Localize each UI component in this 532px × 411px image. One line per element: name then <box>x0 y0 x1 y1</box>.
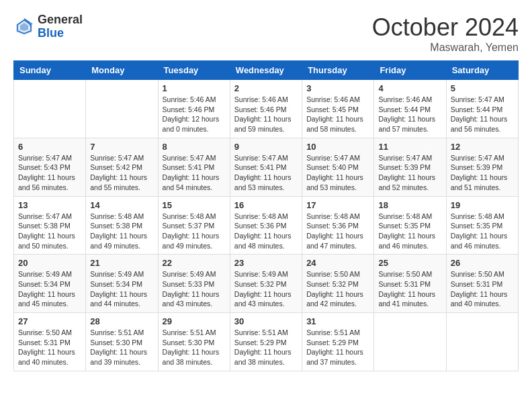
calendar-cell: 14 Sunrise: 5:48 AMSunset: 5:38 PMDaylig… <box>86 196 158 255</box>
day-number: 30 <box>234 316 298 326</box>
day-detail: Sunrise: 5:47 AMSunset: 5:44 PMDaylight:… <box>451 95 514 134</box>
calendar-cell: 19 Sunrise: 5:48 AMSunset: 5:35 PMDaylig… <box>446 196 518 255</box>
calendar-cell: 9 Sunrise: 5:47 AMSunset: 5:41 PMDayligh… <box>230 138 302 196</box>
day-number: 28 <box>90 316 153 326</box>
day-number: 14 <box>90 200 153 210</box>
calendar-cell: 20 Sunrise: 5:49 AMSunset: 5:34 PMDaylig… <box>14 255 86 313</box>
calendar-cell: 8 Sunrise: 5:47 AMSunset: 5:41 PMDayligh… <box>158 138 230 196</box>
column-header-friday: Friday <box>374 61 446 80</box>
day-number: 3 <box>306 83 369 93</box>
day-number: 5 <box>451 83 514 93</box>
calendar-cell: 3 Sunrise: 5:46 AMSunset: 5:45 PMDayligh… <box>302 80 374 138</box>
calendar-cell: 25 Sunrise: 5:50 AMSunset: 5:31 PMDaylig… <box>374 255 446 313</box>
calendar-cell: 17 Sunrise: 5:48 AMSunset: 5:36 PMDaylig… <box>302 196 374 255</box>
calendar-cell: 23 Sunrise: 5:49 AMSunset: 5:32 PMDaylig… <box>230 255 302 313</box>
day-detail: Sunrise: 5:46 AMSunset: 5:45 PMDaylight:… <box>306 95 369 134</box>
day-detail: Sunrise: 5:50 AMSunset: 5:31 PMDaylight:… <box>451 269 514 309</box>
day-number: 2 <box>234 83 298 93</box>
day-detail: Sunrise: 5:47 AMSunset: 5:43 PMDaylight:… <box>18 153 81 193</box>
calendar-cell: 12 Sunrise: 5:47 AMSunset: 5:39 PMDaylig… <box>446 138 518 196</box>
calendar-cell: 21 Sunrise: 5:49 AMSunset: 5:34 PMDaylig… <box>86 255 158 313</box>
column-header-thursday: Thursday <box>302 61 374 80</box>
day-detail: Sunrise: 5:47 AMSunset: 5:39 PMDaylight:… <box>451 153 514 193</box>
day-number: 13 <box>18 200 81 210</box>
day-number: 8 <box>163 142 226 152</box>
day-detail: Sunrise: 5:48 AMSunset: 5:36 PMDaylight:… <box>234 212 298 251</box>
day-detail: Sunrise: 5:48 AMSunset: 5:35 PMDaylight:… <box>451 212 514 251</box>
day-number: 17 <box>306 200 369 210</box>
day-number: 25 <box>378 258 441 268</box>
day-detail: Sunrise: 5:47 AMSunset: 5:42 PMDaylight:… <box>90 153 153 193</box>
calendar-cell: 15 Sunrise: 5:48 AMSunset: 5:37 PMDaylig… <box>158 196 230 255</box>
calendar-cell: 31 Sunrise: 5:51 AMSunset: 5:29 PMDaylig… <box>302 313 374 371</box>
calendar-header-row: SundayMondayTuesdayWednesdayThursdayFrid… <box>14 61 519 80</box>
day-number: 24 <box>306 258 369 268</box>
day-number: 1 <box>163 83 226 93</box>
calendar-cell: 4 Sunrise: 5:46 AMSunset: 5:44 PMDayligh… <box>374 80 446 138</box>
calendar-cell: 30 Sunrise: 5:51 AMSunset: 5:29 PMDaylig… <box>230 313 302 371</box>
day-number: 21 <box>90 258 153 268</box>
day-detail: Sunrise: 5:50 AMSunset: 5:31 PMDaylight:… <box>18 328 81 367</box>
day-number: 10 <box>306 142 369 152</box>
day-number: 7 <box>90 142 153 152</box>
calendar-week-4: 27 Sunrise: 5:50 AMSunset: 5:31 PMDaylig… <box>14 313 519 371</box>
day-detail: Sunrise: 5:48 AMSunset: 5:37 PMDaylight:… <box>163 212 226 251</box>
day-number: 31 <box>306 316 369 326</box>
day-detail: Sunrise: 5:47 AMSunset: 5:39 PMDaylight:… <box>378 153 441 193</box>
calendar-cell <box>446 313 518 371</box>
day-detail: Sunrise: 5:51 AMSunset: 5:30 PMDaylight:… <box>163 328 226 367</box>
column-header-wednesday: Wednesday <box>230 61 302 80</box>
calendar-cell <box>86 80 158 138</box>
day-detail: Sunrise: 5:47 AMSunset: 5:41 PMDaylight:… <box>234 153 298 193</box>
day-detail: Sunrise: 5:46 AMSunset: 5:46 PMDaylight:… <box>234 95 298 134</box>
day-detail: Sunrise: 5:49 AMSunset: 5:34 PMDaylight:… <box>90 269 153 309</box>
month-title: October 2024 <box>372 13 519 42</box>
day-detail: Sunrise: 5:48 AMSunset: 5:38 PMDaylight:… <box>90 212 153 251</box>
calendar-cell: 13 Sunrise: 5:47 AMSunset: 5:38 PMDaylig… <box>14 196 86 255</box>
day-detail: Sunrise: 5:51 AMSunset: 5:30 PMDaylight:… <box>90 328 153 367</box>
calendar-cell: 6 Sunrise: 5:47 AMSunset: 5:43 PMDayligh… <box>14 138 86 196</box>
calendar-cell: 28 Sunrise: 5:51 AMSunset: 5:30 PMDaylig… <box>86 313 158 371</box>
calendar-cell: 1 Sunrise: 5:46 AMSunset: 5:46 PMDayligh… <box>158 80 230 138</box>
title-block: October 2024 Maswarah, Yemen <box>372 13 519 54</box>
calendar-week-3: 20 Sunrise: 5:49 AMSunset: 5:34 PMDaylig… <box>14 255 519 313</box>
day-number: 12 <box>451 142 514 152</box>
calendar-cell: 2 Sunrise: 5:46 AMSunset: 5:46 PMDayligh… <box>230 80 302 138</box>
day-number: 20 <box>18 258 81 268</box>
day-number: 6 <box>18 142 81 152</box>
day-detail: Sunrise: 5:50 AMSunset: 5:31 PMDaylight:… <box>378 269 441 309</box>
day-detail: Sunrise: 5:51 AMSunset: 5:29 PMDaylight:… <box>306 328 369 367</box>
calendar-cell: 22 Sunrise: 5:49 AMSunset: 5:33 PMDaylig… <box>158 255 230 313</box>
calendar-cell <box>14 80 86 138</box>
calendar-cell <box>374 313 446 371</box>
calendar-week-0: 1 Sunrise: 5:46 AMSunset: 5:46 PMDayligh… <box>14 80 519 138</box>
column-header-sunday: Sunday <box>14 61 86 80</box>
day-number: 26 <box>451 258 514 268</box>
calendar-week-2: 13 Sunrise: 5:47 AMSunset: 5:38 PMDaylig… <box>14 196 519 255</box>
logo-general-text: General <box>38 13 83 27</box>
calendar-cell: 5 Sunrise: 5:47 AMSunset: 5:44 PMDayligh… <box>446 80 518 138</box>
day-detail: Sunrise: 5:48 AMSunset: 5:35 PMDaylight:… <box>378 212 441 251</box>
column-header-monday: Monday <box>86 61 158 80</box>
day-detail: Sunrise: 5:46 AMSunset: 5:44 PMDaylight:… <box>378 95 441 134</box>
day-detail: Sunrise: 5:48 AMSunset: 5:36 PMDaylight:… <box>306 212 369 251</box>
day-number: 23 <box>234 258 298 268</box>
day-number: 11 <box>378 142 441 152</box>
day-detail: Sunrise: 5:46 AMSunset: 5:46 PMDaylight:… <box>163 95 226 134</box>
day-detail: Sunrise: 5:47 AMSunset: 5:40 PMDaylight:… <box>306 153 369 193</box>
calendar-cell: 11 Sunrise: 5:47 AMSunset: 5:39 PMDaylig… <box>374 138 446 196</box>
logo-icon <box>13 16 35 38</box>
calendar-cell: 26 Sunrise: 5:50 AMSunset: 5:31 PMDaylig… <box>446 255 518 313</box>
day-number: 4 <box>378 83 441 93</box>
calendar-cell: 27 Sunrise: 5:50 AMSunset: 5:31 PMDaylig… <box>14 313 86 371</box>
day-number: 9 <box>234 142 298 152</box>
day-detail: Sunrise: 5:47 AMSunset: 5:41 PMDaylight:… <box>163 153 226 193</box>
day-number: 16 <box>234 200 298 210</box>
day-detail: Sunrise: 5:51 AMSunset: 5:29 PMDaylight:… <box>234 328 298 367</box>
calendar-week-1: 6 Sunrise: 5:47 AMSunset: 5:43 PMDayligh… <box>14 138 519 196</box>
logo-blue-text: Blue <box>38 27 83 40</box>
day-number: 29 <box>163 316 226 326</box>
day-number: 22 <box>163 258 226 268</box>
column-header-saturday: Saturday <box>446 61 518 80</box>
logo-text: General Blue <box>38 13 83 40</box>
